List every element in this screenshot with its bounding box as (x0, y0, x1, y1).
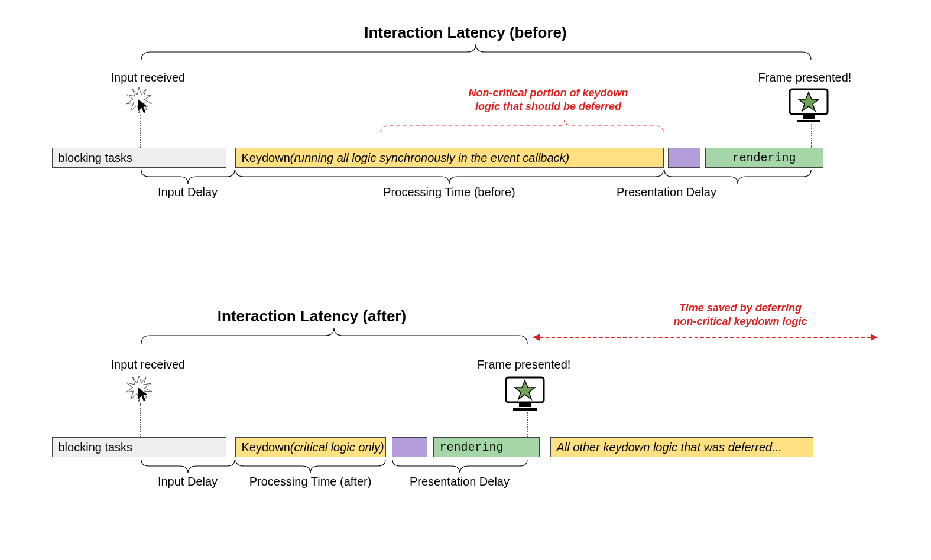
label-presentation-before: Presentation Delay (593, 185, 741, 199)
block-blocking-before: blocking tasks (52, 148, 226, 168)
svg-rect-8 (513, 408, 537, 411)
cursor-burst-icon-before (124, 86, 154, 115)
label-input-received-after: Input received (111, 358, 186, 372)
label-input-received-before: Input received (111, 71, 186, 84)
brace-deferred (380, 119, 664, 134)
brace-processing-before (235, 169, 664, 184)
diagram-before: Interaction Latency (before) Input recei… (52, 24, 880, 224)
brace-top-before (141, 44, 812, 61)
block-purple-before (668, 148, 700, 168)
block-rendering-after: rendering (433, 437, 540, 457)
label-presentation-after: Presentation Delay (392, 475, 528, 489)
diagram-after: Interaction Latency (after) Time saved b… (52, 307, 880, 520)
block-purple-after (392, 437, 427, 457)
monitor-icon-before (788, 87, 829, 124)
brace-input-delay-before (141, 169, 235, 184)
svg-rect-7 (519, 403, 531, 407)
vdots-frame-after (527, 412, 528, 437)
annotation-time-saved: Time saved by deferring non-critical key… (637, 301, 844, 328)
brace-presentation-before (664, 169, 812, 184)
block-keydown-before: Keydown (running all logic synchronously… (235, 148, 664, 168)
block-rendering-before: rendering (705, 148, 823, 168)
block-keydown-after: Keydown (critical logic only) (235, 437, 386, 457)
annotation-deferred: Non-critical portion of keydown logic th… (430, 86, 667, 113)
brace-processing-after (235, 458, 386, 474)
block-blocking-after: blocking tasks (52, 437, 226, 457)
svg-rect-3 (797, 120, 820, 122)
time-saved-arrow (534, 337, 877, 338)
label-input-delay-after: Input Delay (141, 475, 235, 489)
vdots-input-after (140, 403, 141, 437)
block-deferred-after: All other keydown logic that was deferre… (550, 437, 813, 457)
title-after: Interaction Latency (after) (52, 307, 572, 325)
title-before: Interaction Latency (before) (52, 24, 880, 42)
label-frame-presented-before: Frame presented! (758, 71, 852, 84)
label-processing-after: Processing Time (after) (223, 475, 398, 489)
brace-presentation-after (392, 458, 528, 474)
vdots-frame-before (811, 124, 812, 148)
svg-rect-2 (803, 115, 815, 119)
label-frame-presented-after: Frame presented! (478, 358, 571, 372)
cursor-burst-icon-after (124, 374, 154, 403)
brace-input-delay-after (141, 458, 235, 474)
brace-top-after (141, 327, 528, 345)
monitor-icon-after (504, 376, 546, 412)
vdots-input-before (140, 115, 141, 148)
label-input-delay-before: Input Delay (141, 185, 235, 199)
